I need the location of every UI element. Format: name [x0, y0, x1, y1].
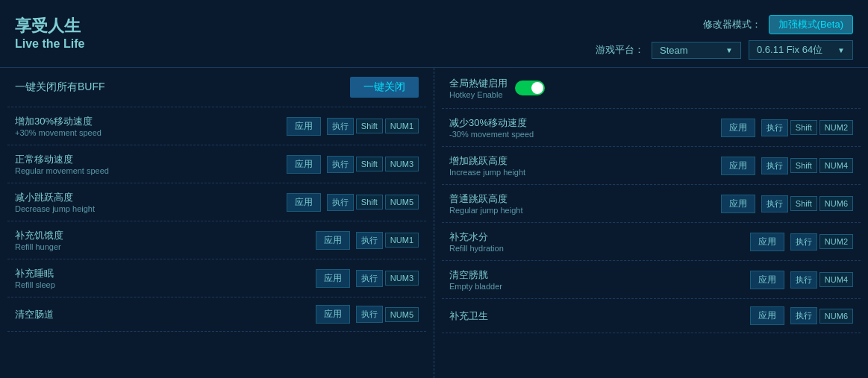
- one-key-close-button[interactable]: 一键关闭: [350, 77, 419, 98]
- num-key[interactable]: NUM1: [385, 119, 419, 133]
- apply-button[interactable]: 应用: [721, 157, 755, 175]
- feature-zh: 补充睡眠: [15, 267, 316, 280]
- feature-en: +30% movement speed: [15, 128, 287, 137]
- shift-key[interactable]: Shift: [356, 157, 383, 171]
- exec-button[interactable]: 执行: [761, 119, 788, 136]
- list-item: 减少30%移动速度 -30% movement speed 应用 执行 Shif…: [442, 109, 861, 147]
- num-key[interactable]: NUM3: [385, 157, 419, 171]
- exec-button[interactable]: 执行: [790, 233, 817, 251]
- key-group: 执行 NUM4: [790, 271, 853, 289]
- apply-button[interactable]: 应用: [316, 269, 350, 288]
- exec-button[interactable]: 执行: [356, 306, 383, 323]
- exec-button[interactable]: 执行: [327, 156, 354, 173]
- feature-zh: 普通跳跃高度: [449, 192, 721, 206]
- shift-key[interactable]: Shift: [790, 158, 817, 173]
- key-group: 执行 NUM1: [356, 232, 419, 249]
- feature-zh: 清空膀胱: [449, 268, 750, 282]
- exec-button[interactable]: 执行: [356, 270, 383, 287]
- version-chevron-icon: ▼: [837, 46, 845, 54]
- num-key[interactable]: NUM6: [819, 309, 853, 324]
- num-key[interactable]: NUM2: [819, 234, 853, 249]
- apply-button[interactable]: 应用: [750, 306, 784, 325]
- version-value: 0.6.11 Fix 64位: [757, 43, 822, 57]
- num-key[interactable]: NUM5: [385, 307, 419, 322]
- header: 享受人生 Live the Life 修改器模式： 加强模式(Beta) 游戏平…: [0, 0, 868, 68]
- apply-button[interactable]: 应用: [287, 193, 321, 212]
- platform-select[interactable]: Steam ▼: [652, 42, 741, 59]
- one-key-row: 一键关闭所有BUFF 一键关闭: [7, 68, 426, 107]
- header-right: 修改器模式： 加强模式(Beta) 游戏平台： Steam ▼ 0.6.11 F…: [596, 15, 853, 60]
- hotkey-enable-row: 全局热键启用 Hotkey Enable: [442, 68, 861, 109]
- exec-button[interactable]: 执行: [790, 271, 817, 289]
- key-group: 执行 Shift NUM1: [327, 118, 419, 135]
- num-key[interactable]: NUM4: [819, 158, 853, 173]
- feature-zh: 补充水分: [449, 230, 750, 244]
- one-key-label: 一键关闭所有BUFF: [15, 81, 350, 94]
- list-item: 增加30%移动速度 +30% movement speed 应用 执行 Shif…: [7, 107, 426, 145]
- apply-button[interactable]: 应用: [316, 305, 350, 324]
- feature-en: Refill sleep: [15, 280, 316, 289]
- apply-button[interactable]: 应用: [721, 119, 755, 137]
- modifier-label: 修改器模式：: [703, 18, 761, 31]
- feature-zh: 正常移动速度: [15, 153, 287, 166]
- feature-label: 正常移动速度 Regular movement speed: [15, 153, 287, 175]
- key-group: 执行 Shift NUM4: [761, 157, 853, 174]
- shift-key[interactable]: Shift: [790, 120, 817, 135]
- app-container: 享受人生 Live the Life 修改器模式： 加强模式(Beta) 游戏平…: [0, 0, 868, 378]
- exec-button[interactable]: 执行: [327, 194, 354, 211]
- feature-zh: 补充卫生: [449, 309, 750, 323]
- list-item: 补充水分 Refill hydration 应用 执行 NUM2: [442, 223, 861, 261]
- num-key[interactable]: NUM4: [819, 272, 853, 287]
- feature-label: 减少30%移动速度 -30% movement speed: [449, 116, 721, 139]
- num-key[interactable]: NUM3: [385, 271, 419, 286]
- hotkey-toggle[interactable]: [515, 81, 545, 95]
- num-key[interactable]: NUM5: [385, 195, 419, 210]
- exec-button[interactable]: 执行: [327, 118, 354, 135]
- exec-button[interactable]: 执行: [790, 307, 817, 324]
- apply-button[interactable]: 应用: [750, 233, 784, 251]
- feature-zh: 增加跳跃高度: [449, 154, 721, 168]
- key-group: 执行 Shift NUM3: [327, 156, 419, 173]
- version-select[interactable]: 0.6.11 Fix 64位 ▼: [749, 40, 853, 60]
- right-panel: 全局热键启用 Hotkey Enable 减少30%移动速度 -30% move…: [434, 68, 868, 378]
- left-panel: 一键关闭所有BUFF 一键关闭 增加30%移动速度 +30% movement …: [0, 68, 434, 378]
- platform-row: 游戏平台： Steam ▼ 0.6.11 Fix 64位 ▼: [596, 40, 853, 60]
- apply-button[interactable]: 应用: [316, 231, 350, 250]
- apply-button[interactable]: 应用: [287, 155, 321, 174]
- feature-en: Refill hunger: [15, 242, 316, 251]
- platform-value: Steam: [660, 45, 688, 56]
- list-item: 普通跳跃高度 Regular jump height 应用 执行 Shift N…: [442, 185, 861, 223]
- content: 一键关闭所有BUFF 一键关闭 增加30%移动速度 +30% movement …: [0, 68, 868, 378]
- feature-label: 补充睡眠 Refill sleep: [15, 267, 316, 289]
- shift-key[interactable]: Shift: [790, 196, 817, 211]
- shift-key[interactable]: Shift: [356, 119, 383, 133]
- apply-button[interactable]: 应用: [287, 117, 321, 136]
- list-item: 补充睡眠 Refill sleep 应用 执行 NUM3: [7, 259, 426, 297]
- feature-en: Regular jump height: [449, 206, 721, 215]
- num-key[interactable]: NUM1: [385, 233, 419, 248]
- num-key[interactable]: NUM2: [819, 120, 853, 135]
- key-group: 执行 Shift NUM5: [327, 194, 419, 211]
- num-key[interactable]: NUM6: [819, 196, 853, 211]
- exec-button[interactable]: 执行: [761, 195, 788, 212]
- hotkey-label-en: Hotkey Enable: [449, 90, 508, 99]
- list-item: 补充卫生 应用 执行 NUM6: [442, 299, 861, 333]
- key-group: 执行 NUM2: [790, 233, 853, 251]
- exec-button[interactable]: 执行: [761, 157, 788, 174]
- feature-en: Increase jump height: [449, 168, 721, 177]
- hotkey-label-zh: 全局热键启用: [449, 77, 508, 90]
- feature-zh: 补充饥饿度: [15, 229, 316, 242]
- apply-button[interactable]: 应用: [750, 271, 784, 289]
- apply-button[interactable]: 应用: [721, 195, 755, 213]
- key-group: 执行 NUM5: [356, 306, 419, 323]
- feature-zh: 清空肠道: [15, 308, 316, 321]
- shift-key[interactable]: Shift: [356, 195, 383, 210]
- key-group: 执行 Shift NUM6: [761, 195, 853, 212]
- feature-en: Decrease jump height: [15, 204, 287, 213]
- exec-button[interactable]: 执行: [356, 232, 383, 249]
- list-item: 清空膀胱 Empty bladder 应用 执行 NUM4: [442, 261, 861, 299]
- platform-label: 游戏平台：: [596, 43, 644, 57]
- feature-label: 补充水分 Refill hydration: [449, 230, 750, 253]
- feature-label: 增加跳跃高度 Increase jump height: [449, 154, 721, 177]
- toggle-knob: [531, 82, 543, 94]
